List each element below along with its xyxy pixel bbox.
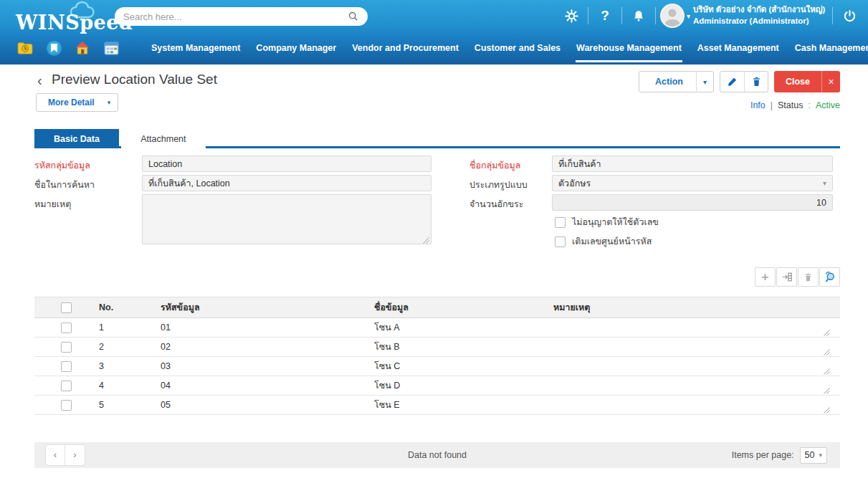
- info-link[interactable]: Info: [750, 100, 766, 110]
- bookmark-icon[interactable]: [46, 40, 62, 56]
- select-all-checkbox[interactable]: [61, 302, 72, 313]
- tab-basic-data[interactable]: Basic Data: [34, 129, 119, 148]
- row-checkbox[interactable]: [61, 322, 72, 333]
- char-count-field[interactable]: 10: [552, 194, 833, 211]
- row-checkbox[interactable]: [61, 342, 72, 353]
- search-input[interactable]: [123, 11, 348, 22]
- nav-item-system-management[interactable]: System Management: [143, 32, 248, 64]
- row-code: 04: [155, 381, 368, 391]
- row-remark-field[interactable]: [548, 396, 840, 414]
- table-row[interactable]: 5 05 โซน E: [34, 396, 840, 415]
- resize-grip-icon[interactable]: [824, 328, 830, 335]
- nav-item-cash-management[interactable]: Cash Management: [787, 32, 868, 64]
- recent-folder-icon[interactable]: [17, 40, 33, 56]
- settings-gear-icon[interactable]: [559, 4, 583, 28]
- delete-row-button[interactable]: [798, 267, 819, 287]
- chevron-down-icon: ▾: [106, 99, 118, 106]
- remark-textarea[interactable]: [142, 194, 431, 244]
- row-remark-field[interactable]: [548, 376, 840, 395]
- row-remark-field[interactable]: [548, 357, 840, 376]
- format-type-select[interactable]: ตัวอักษร ▾: [552, 175, 833, 191]
- divider: [655, 7, 656, 24]
- row-checkbox[interactable]: [61, 361, 72, 372]
- table-row[interactable]: 4 04 โซน D: [34, 376, 840, 396]
- row-code: 01: [155, 322, 368, 333]
- row-name: โซน A: [368, 320, 548, 335]
- page-title: Preview Location Value Set: [52, 72, 217, 87]
- tab-attachment[interactable]: Attachment: [121, 129, 205, 148]
- checkbox-zero-pad[interactable]: เติมเลขศูนย์หน้ารหัส: [555, 234, 652, 249]
- nav-item-vendor-and-procurement[interactable]: Vendor and Procurement: [344, 32, 467, 64]
- checkbox-icon[interactable]: [555, 217, 566, 228]
- row-remark-field[interactable]: [548, 338, 840, 356]
- page-header: ‹ Preview Location Value Set Action ▾ Cl…: [34, 71, 840, 94]
- calendar-grid-icon[interactable]: [103, 40, 119, 56]
- search-name-label: ชื่อในการค้นหา: [34, 178, 95, 192]
- table-row[interactable]: 3 03 โซน C: [34, 357, 840, 376]
- row-name: โซน D: [368, 378, 548, 393]
- group-name-label: ชื่อกลุ่มข้อมูล: [469, 158, 520, 173]
- search-icon[interactable]: [348, 11, 359, 22]
- back-chevron-icon[interactable]: ‹: [37, 72, 42, 89]
- resize-grip-icon[interactable]: [824, 406, 830, 412]
- chevron-down-icon[interactable]: ▾: [696, 71, 713, 92]
- row-checkbox[interactable]: [61, 381, 72, 391]
- add-row-button[interactable]: +: [755, 267, 776, 287]
- action-dropdown-button[interactable]: Action ▾: [639, 71, 714, 92]
- nav-item-company-manager[interactable]: Company Manager: [248, 32, 344, 64]
- group-code-field[interactable]: Location: [142, 156, 431, 172]
- table-footer: ‹ › Data not found Items per page: 50 ▾: [34, 442, 840, 468]
- close-x-icon[interactable]: ×: [821, 71, 840, 92]
- items-per-page-label: Items per page:: [732, 450, 794, 460]
- power-logout-icon[interactable]: [837, 4, 862, 28]
- row-checkbox[interactable]: [61, 400, 72, 411]
- user-info[interactable]: บริษัท ตัวอย่าง จำกัด (สำนักงานใหญ่) Adm…: [693, 4, 825, 27]
- close-button-group: Close ×: [774, 71, 840, 92]
- col-remark: หมายเหตุ: [548, 300, 840, 315]
- resize-grip-icon[interactable]: [824, 348, 830, 354]
- top-header: WINSpeed ? ▾ บริษัท ตัวอย่าง จำ: [0, 0, 868, 64]
- items-per-page: Items per page: 50 ▾: [732, 447, 840, 464]
- nav-item-customer-and-sales[interactable]: Customer and Sales: [467, 32, 568, 64]
- col-no: No.: [93, 302, 155, 312]
- search-name-field[interactable]: ที่เก็บสินค้า, Location: [142, 175, 431, 191]
- app-logo: WINSpeed: [16, 4, 123, 33]
- chevron-down-icon: ▾: [823, 179, 826, 187]
- help-icon[interactable]: ?: [593, 4, 617, 28]
- user-avatar[interactable]: [660, 4, 685, 28]
- nav-item-asset-management[interactable]: Asset Management: [690, 32, 787, 64]
- close-button[interactable]: Close: [774, 71, 821, 92]
- delete-trash-button[interactable]: [744, 72, 768, 92]
- row-name: โซน B: [368, 340, 548, 354]
- chevron-down-icon[interactable]: ▾: [687, 12, 690, 20]
- items-per-page-select[interactable]: 50 ▾: [800, 447, 827, 464]
- nav-quick-icons: [0, 40, 119, 56]
- format-type-label: ประเภทรูปแบบ: [469, 178, 528, 192]
- company-name: บริษัท ตัวอย่าง จำกัด (สำนักงานใหญ่): [693, 4, 825, 16]
- row-no: 3: [93, 361, 155, 371]
- more-detail-button[interactable]: More Detail ▾: [36, 93, 118, 112]
- home-icon[interactable]: [75, 40, 90, 56]
- find-lookup-button[interactable]: [819, 267, 840, 287]
- checkbox-icon[interactable]: [555, 236, 566, 247]
- group-name-field[interactable]: ที่เก็บสินค้า: [552, 156, 833, 172]
- resize-grip-icon[interactable]: [824, 367, 830, 373]
- resize-grip-icon[interactable]: [824, 386, 830, 393]
- nav-item-warehouse-management[interactable]: Warehouse Management: [568, 32, 690, 64]
- edit-delete-group: [720, 71, 768, 92]
- notifications-bell-icon[interactable]: [626, 4, 651, 28]
- divider: [588, 7, 588, 24]
- edit-pencil-button[interactable]: [720, 72, 744, 92]
- table-row[interactable]: 2 02 โซน B: [34, 338, 840, 357]
- row-code: 02: [155, 342, 368, 352]
- table-row[interactable]: 1 01 โซน A: [34, 318, 840, 338]
- next-page-button[interactable]: ›: [65, 444, 85, 466]
- row-no: 5: [93, 400, 155, 410]
- insert-row-button[interactable]: [776, 267, 797, 287]
- resize-grip-icon[interactable]: [423, 236, 429, 242]
- checkbox-no-digits[interactable]: ไม่อนุญาตให้ใช้ตัวเลข: [555, 215, 659, 229]
- status-label: Status: [778, 100, 803, 110]
- row-remark-field[interactable]: [548, 318, 840, 337]
- status-badge: Active: [816, 100, 840, 110]
- prev-page-button[interactable]: ‹: [45, 444, 65, 466]
